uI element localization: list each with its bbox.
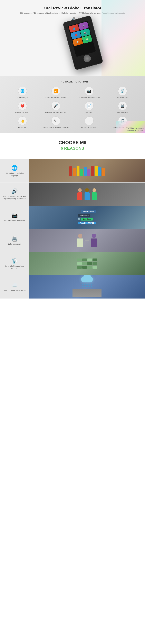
feature-icon-6: 📄 — [85, 102, 94, 110]
signs-sim: 🚶 Bureau de Poste HOTEL DIEU ⬅️ Notre Da… — [78, 210, 96, 224]
cloud-overlay — [29, 275, 145, 298]
head-3 — [92, 188, 96, 192]
feature-item-5: 🎤 Double-wheat noise reduction — [40, 102, 71, 113]
feature-label-5: Double-wheat noise reduction — [45, 111, 66, 113]
body-1 — [77, 192, 82, 200]
reason-row-3: 🖨️ Enter translation — [0, 229, 145, 252]
aerial-tile-8 — [92, 262, 97, 265]
feature-label-6: Text export — [85, 111, 93, 113]
n-dot-3 — [86, 284, 88, 285]
aerial-tile-5 — [77, 262, 82, 265]
feature-label-7: Enter translation — [117, 111, 128, 113]
book-10 — [102, 168, 105, 176]
reasons-container: 🌐 106 portable translation languages — [0, 159, 145, 298]
office-person-1 — [77, 234, 84, 247]
choose-title: CHOOSE M9 — [3, 140, 142, 145]
books-overlay — [29, 159, 145, 182]
device-dial — [83, 54, 92, 63]
screen-grid: 🌐 🎤 ❤️ 📷 📡 🌍 — [68, 21, 93, 47]
aerial-row-2 — [77, 262, 97, 265]
hero-section: Oral Review Global Translator 107 langua… — [0, 0, 145, 76]
feature-item-0: 🌐 107 languages — [7, 87, 38, 98]
people-overlay — [29, 182, 145, 206]
office-overlay — [29, 229, 145, 252]
reason-photo-0 — [29, 159, 145, 182]
reason-label-0: 106 portable translation languages — [2, 172, 27, 177]
aerial-tile-4 — [92, 258, 97, 262]
reason-left-2: 📷 One-click photo translation — [0, 206, 29, 229]
reason-row-5: ☁️ Continuous free offline ascent — [0, 275, 145, 298]
feature-icon-9: A+ — [52, 116, 60, 125]
feature-label-1: 12 countries offline translation — [45, 96, 66, 98]
sign-3: Notre Dame — [81, 218, 93, 220]
people-sim — [77, 188, 97, 200]
reason-row-1: 🔊 Comprehensive Chinese and English spea… — [0, 182, 145, 206]
road-line — [76, 293, 98, 293]
n-dot-10 — [91, 286, 92, 287]
book-6 — [88, 169, 90, 176]
office-body-2 — [90, 238, 97, 247]
n-dot-4 — [89, 284, 90, 285]
feature-item-7: 🖨️ Enter translation — [107, 102, 138, 113]
aerial-tile-3 — [88, 258, 92, 262]
reason-photo-5 — [29, 275, 145, 298]
book-9 — [98, 167, 101, 176]
feature-icon-4: ❤️ — [18, 102, 27, 110]
feature-icon-5: 🎤 — [52, 102, 60, 110]
office-head-1 — [78, 234, 82, 238]
n-dot-5 — [91, 284, 92, 285]
aerial-row-1 — [77, 258, 97, 262]
feature-icon-8: 👆 — [18, 116, 27, 125]
device-container: 🌐 🎤 ❤️ 📷 📡 🌍 — [3, 24, 142, 73]
aerial-row-3 — [77, 266, 97, 269]
aerial-tile-2 — [82, 258, 87, 262]
n-dot-1 — [82, 284, 83, 285]
body-2 — [84, 192, 90, 200]
office-person-2 — [90, 234, 97, 247]
practical-section: PRACTICAL FUNCTION 🌐 107 languages 📶 12 … — [0, 76, 145, 133]
reason-photo-4 — [29, 252, 145, 275]
reason-left-1: 🔊 Comprehensive Chinese and English spea… — [0, 182, 29, 206]
feature-label-10: Group chat translation — [81, 126, 97, 128]
reason-row-2: 📷 One-click photo translation 🚶 Bureau d… — [0, 206, 145, 229]
office-head-2 — [92, 234, 96, 238]
reason-icon-0: 🌐 — [11, 165, 18, 171]
n-dot-9 — [89, 286, 90, 287]
book-5 — [84, 167, 87, 176]
sign-1: Bureau de Poste — [81, 210, 96, 213]
book-8 — [95, 166, 98, 176]
feature-item-1: 📶 12 countries offline translation — [40, 87, 71, 98]
head-2 — [85, 188, 89, 192]
n-dot-8 — [86, 286, 88, 287]
feature-icon-1: 📶 — [52, 87, 60, 96]
feature-icon-2: 📷 — [85, 87, 94, 96]
feature-icon-10: ⊞ — [85, 116, 94, 125]
signs-overlay: 🚶 Bureau de Poste HOTEL DIEU ⬅️ Notre Da… — [29, 206, 145, 229]
books-sim — [69, 166, 105, 176]
reason-photo-1 — [29, 182, 145, 206]
sign-4: PALAIS DE JUSTICE — [78, 222, 96, 224]
reason-label-5: Continuous free offline ascent — [3, 289, 26, 292]
aerial-tile-6 — [82, 262, 87, 265]
book-4 — [80, 168, 83, 176]
reason-icon-5: ☁️ — [11, 282, 18, 288]
reason-icon-2: 📷 — [11, 212, 18, 218]
around-world-tagline: AROUND THE WORLD COMMUNICATION EASY — [127, 128, 144, 131]
feature-item-4: ❤️ Translation collection — [7, 102, 38, 113]
feature-item-6: 📄 Text export — [74, 102, 104, 113]
n-dot-7 — [84, 286, 85, 287]
feature-label-8: touch screen — [18, 126, 27, 128]
person-3 — [92, 188, 97, 200]
feature-icon-3: 📡 — [118, 87, 127, 96]
feature-icon-7: 🖨️ — [118, 102, 127, 110]
person-1 — [77, 188, 82, 200]
office-body-1 — [77, 238, 84, 247]
n-dot-6 — [82, 286, 83, 287]
choose-subtitle: 6 REASONS — [3, 146, 142, 151]
sign-2: HOTEL DIEU — [78, 214, 90, 216]
reason-photo-3 — [29, 229, 145, 252]
reason-left-5: ☁️ Continuous free offline ascent — [0, 275, 29, 298]
reason-label-4: Up to 12 offline package resources — [2, 265, 27, 270]
feature-label-0: 107 languages — [17, 96, 28, 98]
network-dots — [82, 284, 92, 287]
